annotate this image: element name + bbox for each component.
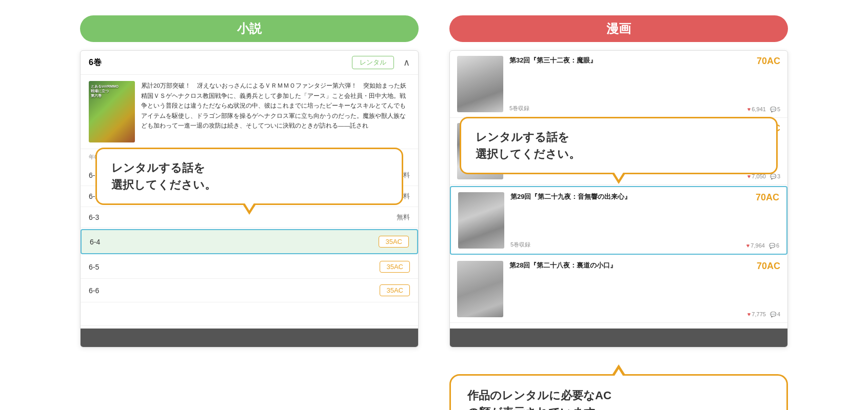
- novel-vol: 6巻: [89, 57, 102, 68]
- comments-28: 4: [770, 311, 780, 317]
- manga-info-32: 第32回『第三十二夜：魔眼』 5巻収録: [509, 56, 733, 112]
- thumb-inner-28: [457, 261, 503, 317]
- chapter-price-6-4[interactable]: 35AC: [379, 236, 409, 248]
- novel-section: 小説 6巻 レンタル ∧ とある\nVRMMO戦場に立つ第六巻 累計20万部突破…: [80, 15, 419, 347]
- comments-29: 6: [769, 242, 779, 249]
- likes-32: 6,941: [747, 106, 766, 112]
- manga-list: 第32回『第三十二夜：魔眼』 5巻収録 70AC 6,941 5: [450, 51, 787, 323]
- novel-top-actions: レンタル ∧: [352, 56, 410, 69]
- chapter-label-6-5: 6-5: [89, 263, 99, 271]
- panel-bottom-bar: [81, 329, 418, 347]
- novel-book-info: とある\nVRMMO戦場に立つ第六巻 累計20万部突破！ 冴えないおっさんによる…: [81, 75, 418, 149]
- likes-29: 7,964: [746, 242, 765, 249]
- chapter-row-more: 35AC: [81, 302, 418, 326]
- manga-tooltip-ac-text: 作品のレンタルに必要なACの額が表示されています。: [467, 389, 611, 410]
- manga-tooltip-select-text: レンタルする話を選択してください。: [476, 131, 580, 160]
- comments-31: 3: [770, 173, 780, 179]
- manga-panel: 第32回『第三十二夜：魔眼』 5巻収録 70AC 6,941 5: [449, 50, 788, 347]
- rental-button[interactable]: レンタル: [352, 56, 394, 69]
- book-cover-text: とある\nVRMMO戦場に立つ第六巻: [91, 84, 119, 98]
- novel-wrapper: 6巻 レンタル ∧ とある\nVRMMO戦場に立つ第六巻 累計20万部突破！ 冴…: [80, 50, 419, 347]
- manga-item-28[interactable]: 第28回『第二十八夜：裏道の小口』 70AC 7,775 4: [450, 256, 787, 323]
- manga-wrapper: 第32回『第三十二夜：魔眼』 5巻収録 70AC 6,941 5: [449, 50, 788, 347]
- chapter-price-6-6[interactable]: 35AC: [380, 284, 410, 296]
- thumb-inner-32: [457, 56, 503, 112]
- chapter-row-6-5: 6-5 35AC: [81, 255, 418, 279]
- chapter-label-6-3: 6-3: [89, 213, 99, 221]
- manga-panel-bottom-bar: [450, 329, 787, 347]
- chapter-row-6-4[interactable]: 6-4 35AC: [81, 229, 418, 254]
- manga-meta-29: 7,964 6: [746, 242, 779, 249]
- likes-28: 7,775: [747, 311, 766, 317]
- manga-title-32: 第32回『第三十二夜：魔眼』: [509, 56, 733, 65]
- manga-info-28: 第28回『第二十八夜：裏道の小口』: [509, 261, 733, 317]
- manga-price-32[interactable]: 70AC: [757, 56, 780, 67]
- novel-header: 小説: [80, 15, 419, 42]
- novel-tooltip-text: レンタルする話を選択してください。: [111, 161, 216, 191]
- manga-thumb-28: [457, 261, 503, 317]
- manga-right-32: 70AC 6,941 5: [739, 56, 780, 112]
- chapter-price-6-3: 無料: [397, 213, 410, 222]
- manga-title-28: 第28回『第二十八夜：裏道の小口』: [509, 261, 733, 270]
- manga-meta-28: 7,775 4: [747, 311, 780, 317]
- manga-tooltip-select: レンタルする話を選択してください。: [460, 117, 778, 174]
- manga-thumb-32: [457, 56, 503, 112]
- manga-sub-32: 5巻収録: [509, 105, 733, 112]
- manga-right-29: 70AC 7,964 6: [738, 192, 779, 249]
- chapter-label-6-4: 6-4: [90, 238, 100, 246]
- manga-header: 漫画: [449, 15, 788, 42]
- manga-sub-29: 5巻収録: [510, 241, 732, 249]
- manga-right-28: 70AC 7,775 4: [739, 261, 780, 317]
- manga-tooltip-ac: 作品のレンタルに必要なACの額が表示されています。: [449, 374, 788, 410]
- novel-tooltip: レンタルする話を選択してください。: [95, 148, 403, 205]
- manga-price-28[interactable]: 70AC: [757, 261, 780, 272]
- manga-item-32[interactable]: 第32回『第三十二夜：魔眼』 5巻収録 70AC 6,941 5: [450, 51, 787, 118]
- manga-thumb-29: [458, 192, 504, 249]
- chapter-row-6-6: 6-6 35AC: [81, 279, 418, 302]
- comments-32: 5: [770, 106, 780, 112]
- manga-title-29: 第29回『第二十九夜：音無響の出来心』: [510, 192, 732, 201]
- manga-meta-32: 6,941 5: [747, 106, 780, 112]
- book-desc: 累計20万部突破！ 冴えないおっさんによるＶＲＭＭＯファンタジー第六弾！ 突如始…: [141, 81, 410, 142]
- book-cover: とある\nVRMMO戦場に立つ第六巻: [89, 81, 135, 142]
- chapter-label-6-6: 6-6: [89, 286, 99, 295]
- manga-info-29: 第29回『第二十九夜：音無響の出来心』 5巻収録: [510, 192, 732, 249]
- manga-section: 漫画 第32回『第三十二夜：魔眼』 5巻収録 70AC 6,941: [449, 15, 788, 347]
- chevron-up-icon[interactable]: ∧: [403, 57, 410, 68]
- thumb-inner-29: [458, 192, 504, 249]
- chapter-price-6-5[interactable]: 35AC: [380, 261, 410, 273]
- manga-item-29[interactable]: 第29回『第二十九夜：音無響の出来心』 5巻収録 70AC 7,964 6: [450, 186, 787, 255]
- manga-price-29[interactable]: 70AC: [756, 192, 779, 203]
- novel-top-bar: 6巻 レンタル ∧: [81, 51, 418, 75]
